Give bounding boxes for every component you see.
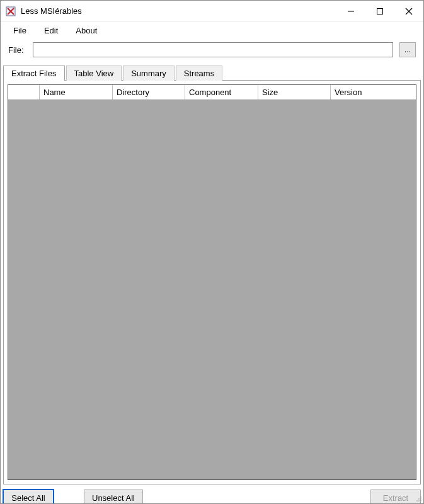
col-version[interactable]: Version [331,85,404,100]
minimize-button[interactable] [336,1,365,21]
file-path-input[interactable] [33,42,393,57]
svg-point-8 [418,498,420,500]
window-controls [336,1,423,21]
svg-point-7 [420,496,421,498]
bottom-button-row: Select All Unselect All Extract [1,484,423,504]
menu-about[interactable]: About [68,24,105,37]
close-button[interactable] [394,1,423,21]
browse-button[interactable]: ... [399,42,416,57]
tab-table-view[interactable]: Table View [66,66,122,81]
tab-content: Name Directory Component Size Version [3,80,421,484]
app-icon [6,6,16,16]
file-row: File: ... [1,38,423,64]
svg-rect-4 [377,8,383,14]
menu-bar: File Edit About [1,22,423,38]
svg-point-9 [420,498,421,500]
col-directory[interactable]: Directory [113,85,185,100]
grid-body[interactable] [8,100,416,479]
tab-extract-files[interactable]: Extract Files [3,66,65,81]
tab-strip: Extract Files Table View Summary Streams [1,64,423,80]
extract-button[interactable]: Extract [370,490,421,504]
grid-header: Name Directory Component Size Version [8,85,416,100]
tab-streams[interactable]: Streams [176,66,222,81]
resize-grip[interactable] [415,495,422,502]
file-label: File: [8,45,26,55]
tab-summary[interactable]: Summary [123,66,175,81]
grid-row-header[interactable] [8,85,40,100]
menu-file[interactable]: File [6,24,34,37]
unselect-all-button[interactable]: Unselect All [84,490,143,504]
col-component[interactable]: Component [185,85,258,100]
maximize-button[interactable] [365,1,394,21]
select-all-button[interactable]: Select All [3,490,54,504]
window-title: Less MSIérables [21,6,82,16]
svg-point-10 [416,500,418,501]
col-size[interactable]: Size [258,85,331,100]
menu-edit[interactable]: Edit [37,24,66,37]
title-bar: Less MSIérables [1,1,423,22]
col-name[interactable]: Name [40,85,113,100]
svg-point-11 [418,500,420,501]
file-grid[interactable]: Name Directory Component Size Version [8,84,416,480]
svg-point-12 [420,500,421,501]
